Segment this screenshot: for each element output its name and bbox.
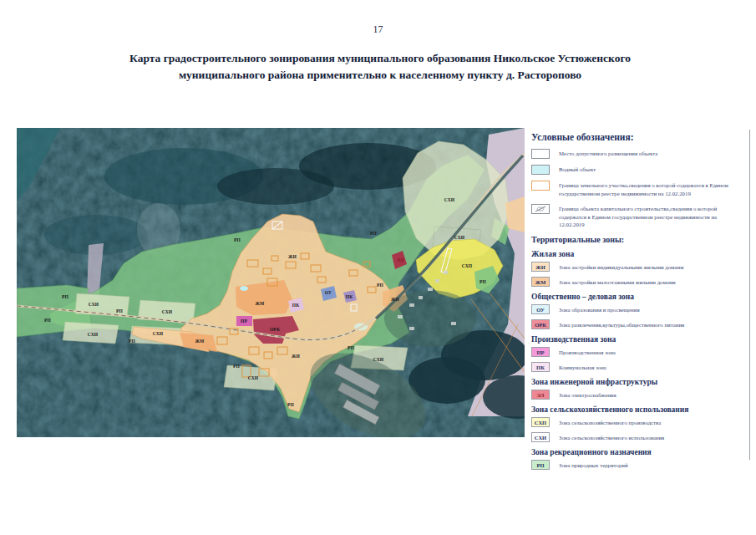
water-object-swatch: [531, 165, 550, 175]
zone-item-label: Зона сельскохозяйственного использования: [559, 435, 664, 441]
legend: Условные обозначения: Место допустимого …: [531, 132, 743, 475]
pond: [240, 286, 248, 291]
map-image: [17, 128, 525, 437]
legend-zone-item: ОРКЗона развлечения,культуры,общественно…: [531, 319, 743, 329]
allowed-placement-swatch: [531, 149, 550, 159]
legend-zone-item: СХПЗона сельскохозяйственного производст…: [531, 417, 743, 427]
legend-groups: Жилая зонаЖИЗона застройки индивидуальны…: [531, 250, 743, 470]
legend-group-heading: Зона рекреационного назначения: [531, 448, 743, 456]
legend-item: Граница земельного участка,сведения о ко…: [531, 181, 743, 198]
zone-code-swatch: РП: [531, 460, 550, 470]
zone-code-swatch: СХИ: [531, 432, 550, 442]
zone-item-label: Зона образования и просвещения: [559, 307, 640, 313]
page-number: 17: [0, 23, 756, 36]
legend-divider-line: [749, 130, 750, 460]
legend-item: Место допустимого размещения объекта: [531, 149, 743, 159]
zone-item-label: Зона природных территорий: [559, 462, 628, 468]
zone-item-label: Зона сельскохозяйственного производства: [559, 420, 661, 425]
legend-zone-item: ПККоммунальная зона: [531, 362, 743, 372]
page-title-line1: Карта градостроительного зонирования мун…: [129, 52, 631, 64]
legend-zones-title: Территориальные зоны:: [531, 235, 743, 244]
legend-zone-item: ЖИЗона застройки индивидуальными жилыми …: [531, 262, 743, 272]
legend-item-label: Граница объекта капитального строительст…: [559, 204, 743, 230]
zoning-map: РПЖИРПСХИСХИСХПРПЭЛРПЖИОУПКПКЖМПРОРКЖИРП…: [17, 128, 525, 437]
legend-general-items: Место допустимого размещения объектаВодн…: [531, 149, 743, 229]
legend-group-heading: Общественно – деловая зона: [531, 293, 743, 301]
page-title-line2: муниципального района применительно к на…: [179, 69, 581, 81]
zone-item-label: Коммунальная зона: [559, 364, 606, 370]
zone-pr: [236, 316, 252, 326]
zone-item-label: Зона электроснабжения: [559, 392, 616, 398]
legend-item: Граница объекта капитального строительст…: [531, 204, 743, 230]
legend-zone-item: ЭЛЗона электроснабжения: [531, 390, 743, 400]
zone-item-label: Производственная зона: [559, 349, 616, 355]
zone-code-swatch: ОРК: [531, 319, 550, 329]
legend-title: Условные обозначения:: [531, 132, 743, 142]
land-parcel-boundary-swatch: [531, 181, 550, 191]
legend-zone-item: ПРПроизводственная зона: [531, 347, 743, 357]
zone-code-swatch: ОУ: [531, 304, 550, 314]
zone-code-swatch: ЖИ: [531, 262, 550, 272]
legend-group-heading: Зона инженерной инфраструктуры: [531, 378, 743, 386]
zone-item-label: Зона застройки индивидуальными жилыми до…: [559, 264, 683, 270]
zone-code-swatch: ПР: [531, 347, 550, 357]
zone-code-swatch: СХП: [531, 417, 550, 427]
legend-zone-item: СХИЗона сельскохозяйственного использова…: [531, 432, 743, 442]
legend-zone-item: ЖМЗона застройки малоэтажными жилыми дом…: [531, 277, 743, 287]
zone-item-label: Зона развлечения,культуры,общественного …: [559, 322, 684, 328]
legend-item-label: Граница земельного участка,сведения о ко…: [559, 181, 743, 198]
zone-code-swatch: ПК: [531, 362, 550, 372]
legend-zone-item: РПЗона природных территорий: [531, 460, 743, 470]
zone-code-swatch: ЭЛ: [531, 390, 550, 400]
zone-item-label: Зона застройки малоэтажными жилыми домам…: [559, 279, 676, 285]
legend-group-heading: Производственная зона: [531, 335, 743, 344]
capital-construction-boundary-swatch: [531, 204, 550, 214]
legend-group-heading: Зона сельскохозяйственного использования: [531, 405, 743, 414]
legend-item: Водный объект: [531, 165, 743, 175]
legend-zone-item: ОУЗона образования и просвещения: [531, 304, 743, 314]
page-title: Карта градостроительного зонирования мун…: [46, 50, 714, 83]
legend-item-label: Место допустимого размещения объекта: [559, 149, 657, 158]
legend-group-heading: Жилая зона: [531, 250, 743, 258]
legend-item-label: Водный объект: [559, 165, 596, 174]
zone-code-swatch: ЖМ: [531, 277, 550, 287]
